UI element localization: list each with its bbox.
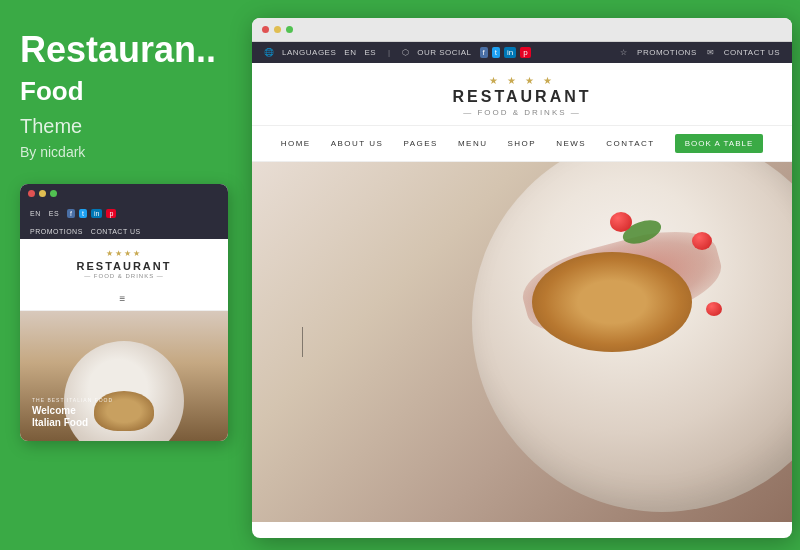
facebook-icon[interactable]: f	[480, 47, 488, 58]
mobile-linkedin-icon[interactable]: in	[91, 209, 102, 218]
text-cursor	[302, 327, 303, 357]
mobile-pinterest-icon[interactable]: p	[106, 209, 116, 218]
author-label: By nicdark	[20, 144, 228, 160]
mobile-social-icons: f t in p	[67, 209, 116, 218]
nav-shop[interactable]: SHOP	[507, 139, 536, 148]
theme-title-line2: Food	[20, 76, 228, 107]
desktop-mockup: 🌐 LANGUAGES EN ES | ⬡ OUR SOCIAL f t in …	[252, 18, 792, 538]
theme-title-line1: Restauran..	[20, 30, 228, 70]
star-icon: ☆	[620, 48, 627, 57]
mail-icon: ✉	[707, 48, 714, 57]
contact-label[interactable]: CONTACT US	[724, 48, 780, 57]
theme-label: Theme	[20, 115, 228, 138]
mobile-overlay-text: THE BEST ITALIAN FOOD WelcomeItalian Foo…	[32, 397, 113, 429]
tomato-1	[692, 232, 712, 250]
mobile-lang-en[interactable]: EN	[30, 210, 41, 217]
mobile-overlay-small: THE BEST ITALIAN FOOD	[32, 397, 113, 403]
desktop-top-nav: 🌐 LANGUAGES EN ES | ⬡ OUR SOCIAL f t in …	[252, 42, 792, 63]
browser-top-bar	[252, 18, 792, 42]
desktop-restaurant-name: RESTAURANT	[260, 88, 784, 106]
mobile-twitter-icon[interactable]: t	[79, 209, 87, 218]
lang-es[interactable]: ES	[364, 48, 376, 57]
mobile-food-image: THE BEST ITALIAN FOOD WelcomeItalian Foo…	[20, 311, 228, 441]
desktop-nav-right: ☆ PROMOTIONS ✉ CONTACT US	[620, 48, 780, 57]
nav-news[interactable]: NEWS	[556, 139, 586, 148]
mobile-dot-red	[28, 190, 35, 197]
mobile-restaurant-name: RESTAURANT	[28, 260, 220, 272]
mobile-hamburger-icon[interactable]: ≡	[20, 287, 228, 311]
twitter-icon[interactable]: t	[492, 47, 500, 58]
linkedin-icon[interactable]: in	[504, 47, 516, 58]
mobile-tagline: — FOOD & DRINKS —	[28, 273, 220, 279]
pinterest-icon[interactable]: p	[520, 47, 530, 58]
nav-contact[interactable]: CONTACT	[606, 139, 655, 148]
mobile-dot-yellow	[39, 190, 46, 197]
lang-en[interactable]: EN	[344, 48, 356, 57]
pasta-mound	[532, 252, 692, 352]
nav-divider: |	[388, 48, 390, 57]
globe-icon: 🌐	[264, 48, 274, 57]
mobile-contact[interactable]: CONTACT US	[91, 228, 141, 235]
desktop-hero-image	[252, 162, 792, 522]
our-social-label[interactable]: OUR SOCIAL	[417, 48, 471, 57]
tomato-3	[610, 212, 632, 232]
mobile-mockup: EN ES f t in p PROMOTIONS CONTACT US ★★★…	[20, 184, 228, 441]
desktop-nav-left: 🌐 LANGUAGES EN ES | ⬡ OUR SOCIAL f t in …	[264, 47, 531, 58]
promotions-label[interactable]: PROMOTIONS	[637, 48, 697, 57]
browser-dot-green	[286, 26, 293, 33]
left-panel: Restauran.. Food Theme By nicdark EN ES …	[0, 0, 248, 550]
mobile-lang-es[interactable]: ES	[49, 210, 59, 217]
mobile-facebook-icon[interactable]: f	[67, 209, 75, 218]
languages-label[interactable]: LANGUAGES	[282, 48, 336, 57]
desktop-social-icons: f t in p	[480, 47, 531, 58]
desktop-tagline: — FOOD & DRINKS —	[260, 108, 784, 117]
mobile-nav-bar: EN ES f t in p	[20, 203, 228, 224]
browser-dot-yellow	[274, 26, 281, 33]
nav-menu[interactable]: MENU	[458, 139, 488, 148]
nav-pages[interactable]: PAGES	[403, 139, 437, 148]
mobile-logo-area: ★★★★ RESTAURANT — FOOD & DRINKS —	[20, 239, 228, 287]
mobile-top-bar	[20, 184, 228, 203]
mobile-stars: ★★★★	[28, 249, 220, 258]
book-table-button[interactable]: BOOK A TABLE	[675, 134, 764, 153]
share-icon: ⬡	[402, 48, 409, 57]
mobile-overlay-big: WelcomeItalian Food	[32, 405, 113, 429]
desktop-stars: ★ ★ ★ ★	[260, 75, 784, 86]
nav-about[interactable]: ABOUT US	[331, 139, 384, 148]
nav-home[interactable]: HOME	[281, 139, 311, 148]
mobile-promotions-row: PROMOTIONS CONTACT US	[20, 224, 228, 239]
desktop-logo-area: ★ ★ ★ ★ RESTAURANT — FOOD & DRINKS —	[252, 63, 792, 126]
tomato-2	[706, 302, 722, 316]
browser-dot-red	[262, 26, 269, 33]
desktop-main-nav: HOME ABOUT US PAGES MENU SHOP NEWS CONTA…	[252, 126, 792, 162]
mobile-dot-green	[50, 190, 57, 197]
mobile-promotions[interactable]: PROMOTIONS	[30, 228, 83, 235]
